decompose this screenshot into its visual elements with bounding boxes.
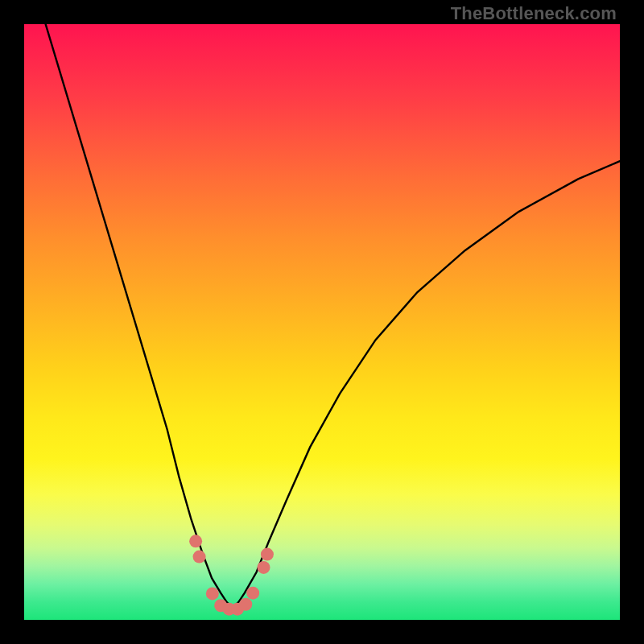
curve-marker — [257, 561, 270, 574]
curve-marker — [239, 598, 252, 611]
curve-markers — [189, 535, 274, 615]
watermark-text: TheBottleneck.com — [451, 3, 617, 24]
curve-marker — [206, 587, 219, 600]
chart-svg — [24, 24, 620, 620]
curve-marker — [261, 548, 274, 561]
curve-marker — [246, 587, 259, 600]
chart-frame — [24, 24, 620, 620]
bottleneck-curve — [42, 24, 620, 608]
curve-marker — [193, 551, 206, 564]
curve-marker — [189, 535, 202, 547]
